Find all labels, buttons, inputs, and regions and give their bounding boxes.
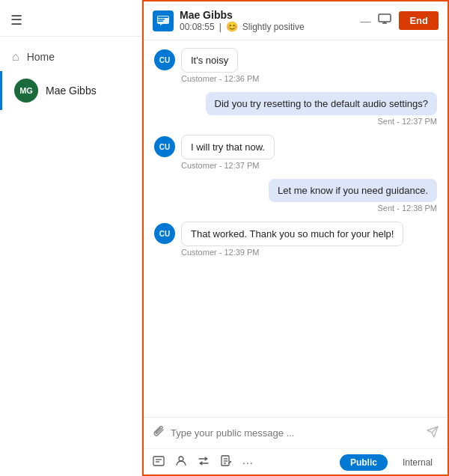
svg-point-11 [179, 457, 183, 461]
svg-rect-2 [158, 19, 165, 20]
message-bubble: I will try that now. [181, 135, 275, 159]
messages-area: CU It's noisy Customer - 12:36 PM Did yo… [144, 40, 448, 417]
agent-icon[interactable] [174, 454, 189, 472]
message-timestamp: Customer - 12:37 PM [181, 161, 437, 170]
end-button[interactable]: End [399, 11, 439, 30]
message-text: That worked. Thank you so much for your … [191, 228, 394, 239]
divider: | [219, 22, 222, 32]
send-icon[interactable] [427, 426, 439, 441]
toolbar-row: ··· Public Internal [144, 448, 448, 475]
message-timestamp: Customer - 12:36 PM [181, 74, 437, 83]
input-row [153, 424, 439, 442]
chat-meta: 00:08:55 | 😊 Slightly positive [180, 21, 305, 32]
monitor-icon[interactable] [378, 13, 391, 28]
chat-header-left: Mae Gibbs 00:08:55 | 😊 Slightly positive [153, 9, 305, 32]
message-input[interactable] [171, 427, 421, 439]
svg-rect-8 [153, 457, 164, 466]
menu-icon[interactable]: ☰ [10, 13, 22, 28]
input-area [144, 417, 448, 448]
chat-header-info: Mae Gibbs 00:08:55 | 😊 Slightly positive [180, 9, 305, 32]
more-options-icon[interactable]: ··· [241, 455, 255, 470]
svg-rect-3 [158, 20, 163, 22]
message-bubble: It's noisy [181, 48, 238, 73]
canned-responses-icon[interactable] [151, 454, 166, 472]
attach-icon[interactable] [153, 424, 165, 442]
svg-marker-4 [160, 24, 162, 25]
message-bubble: Let me know if you need guidance. [269, 179, 437, 202]
sidebar-nav: ⌂ Home MG Mae Gibbs [0, 37, 141, 116]
svg-rect-5 [379, 14, 391, 22]
notes-icon[interactable] [219, 454, 233, 472]
chat-type-icon [153, 10, 174, 31]
minimize-icon[interactable]: — [360, 15, 370, 27]
home-label: Home [27, 51, 55, 63]
tab-internal[interactable]: Internal [395, 454, 440, 471]
table-row: CU It's noisy Customer - 12:36 PM [154, 48, 437, 83]
message-timestamp: Sent - 12:37 PM [378, 117, 438, 126]
contact-name: Mae Gibbs [46, 85, 97, 97]
chat-header-right: — End [360, 11, 439, 30]
message-text: Let me know if you need guidance. [278, 185, 428, 196]
chat-panel: Mae Gibbs 00:08:55 | 😊 Slightly positive… [142, 0, 449, 476]
message-timestamp: Sent - 12:38 PM [378, 204, 438, 213]
chat-contact-name: Mae Gibbs [180, 9, 305, 21]
message-bubble: Did you try resetting to the default aud… [206, 92, 437, 115]
transfer-icon[interactable] [196, 454, 211, 472]
sentiment-label: Slightly positive [242, 22, 305, 32]
table-row: CU I will try that now. Customer - 12:37… [154, 135, 437, 170]
message-bubble: That worked. Thank you so much for your … [181, 222, 403, 246]
message-timestamp: Customer - 12:39 PM [181, 248, 437, 257]
table-row: Did you try resetting to the default aud… [154, 92, 437, 126]
sidebar-item-contact[interactable]: MG Mae Gibbs [0, 71, 141, 110]
sidebar-header: ☰ [0, 0, 141, 37]
sentiment-icon: 😊 [226, 21, 238, 32]
avatar: MG [14, 79, 38, 103]
svg-rect-1 [158, 16, 168, 18]
message-text: I will try that now. [191, 141, 265, 153]
table-row: Let me know if you need guidance. Sent -… [154, 179, 437, 213]
tab-public[interactable]: Public [340, 454, 388, 471]
chat-timer: 00:08:55 [180, 22, 215, 32]
home-icon: ⌂ [12, 50, 19, 64]
message-text: Did you try resetting to the default aud… [215, 98, 428, 109]
sidebar-item-home[interactable]: ⌂ Home [0, 43, 141, 71]
avatar: CU [154, 223, 175, 244]
message-text: It's noisy [191, 55, 228, 66]
avatar: CU [154, 136, 175, 157]
table-row: CU That worked. Thank you so much for yo… [154, 222, 437, 257]
avatar: CU [154, 49, 175, 70]
chat-header: Mae Gibbs 00:08:55 | 😊 Slightly positive… [144, 1, 448, 40]
sidebar: ☰ ⌂ Home MG Mae Gibbs [0, 0, 142, 476]
